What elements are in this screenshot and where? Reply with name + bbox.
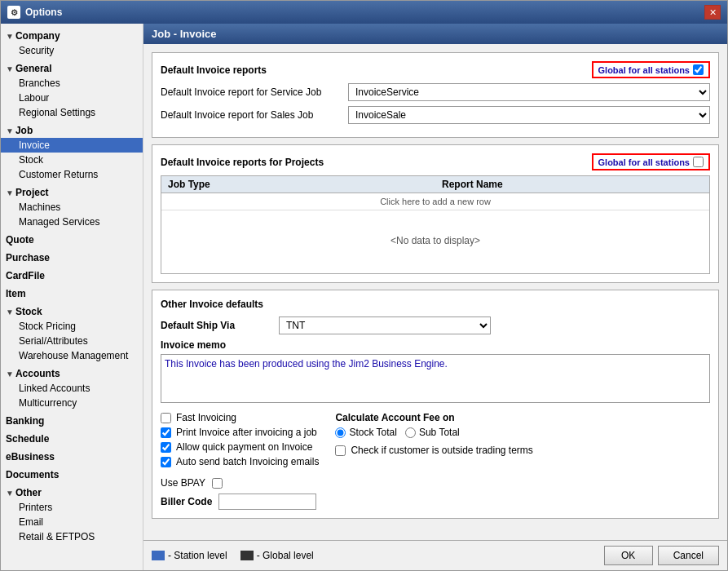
sidebar-group-schedule-label[interactable]: Schedule bbox=[1, 432, 143, 446]
sidebar-item-printers[interactable]: Printers bbox=[1, 500, 143, 515]
print-invoice-label: Print Invoice after invoicing a job bbox=[176, 427, 317, 438]
triangle-icon: ▼ bbox=[6, 308, 14, 316]
print-invoice-checkbox[interactable] bbox=[161, 427, 171, 438]
sidebar-group-quote-label[interactable]: Quote bbox=[1, 232, 143, 247]
sidebar-group-quote: Quote bbox=[1, 231, 143, 249]
global-projects-label: Global for all stations bbox=[598, 157, 690, 167]
sidebar-item-security[interactable]: Security bbox=[1, 43, 143, 58]
triangle-icon: ▼ bbox=[6, 126, 14, 135]
stock-total-label: Stock Total bbox=[349, 427, 396, 438]
global-level-legend: - Global level bbox=[240, 550, 314, 561]
sidebar-group-documents-label[interactable]: Documents bbox=[1, 467, 143, 482]
ok-button[interactable]: OK bbox=[604, 546, 653, 565]
sales-job-row: Default Invoice report for Sales Job Inv… bbox=[161, 106, 710, 124]
fast-invoicing-label: Fast Invoicing bbox=[176, 412, 236, 423]
panel-title: Job - Invoice bbox=[143, 24, 727, 44]
stock-total-radio[interactable] bbox=[335, 427, 346, 438]
ship-via-select[interactable]: TNT bbox=[279, 316, 491, 334]
use-bpay-row: Use BPAY bbox=[161, 477, 710, 489]
sidebar-item-email[interactable]: Email bbox=[1, 515, 143, 529]
service-job-select-wrapper: InvoiceService bbox=[348, 83, 710, 101]
use-bpay-checkbox[interactable] bbox=[212, 478, 223, 489]
check-customer-checkbox[interactable] bbox=[335, 445, 346, 456]
service-job-select[interactable]: InvoiceService bbox=[348, 83, 710, 101]
sales-job-select-wrapper: InvoiceSale bbox=[348, 106, 710, 124]
title-bar: ⚙ Options ✕ bbox=[1, 1, 727, 24]
sidebar-group-general: ▼ General Branches Labour Regional Setti… bbox=[1, 60, 143, 122]
close-button[interactable]: ✕ bbox=[704, 5, 721, 20]
station-level-legend: - Station level bbox=[152, 550, 227, 561]
auto-send-checkbox[interactable] bbox=[161, 457, 171, 467]
check-customer-label: Check if customer is outside trading ter… bbox=[351, 445, 532, 456]
triangle-icon: ▼ bbox=[6, 489, 14, 498]
triangle-icon: ▼ bbox=[6, 188, 14, 197]
sidebar-item-stock[interactable]: Stock bbox=[1, 153, 143, 167]
default-invoice-reports-label: Default Invoice reports bbox=[161, 64, 267, 76]
sidebar-item-retail-eftpos[interactable]: Retail & EFTPOS bbox=[1, 529, 143, 544]
sidebar-item-serial-attributes[interactable]: Serial/Attributes bbox=[1, 334, 143, 348]
sidebar-group-schedule: Schedule bbox=[1, 430, 143, 448]
quick-payment-checkbox[interactable] bbox=[161, 442, 171, 453]
options-window: ⚙ Options ✕ ▼ Company Security ▼ General bbox=[0, 0, 728, 571]
quick-payment-row: Allow quick payment on Invoice bbox=[161, 441, 319, 453]
cancel-button[interactable]: Cancel bbox=[658, 546, 719, 565]
sidebar-group-project-label[interactable]: ▼ Project bbox=[1, 185, 143, 200]
global-projects-checkbox[interactable] bbox=[693, 157, 704, 167]
triangle-icon: ▼ bbox=[6, 370, 14, 378]
sidebar-group-banking-label[interactable]: Banking bbox=[1, 414, 143, 428]
station-level-box bbox=[152, 551, 165, 560]
fast-invoicing-checkbox[interactable] bbox=[161, 413, 171, 423]
right-options: Calculate Account Fee on Stock Total Sub… bbox=[335, 412, 532, 471]
sidebar-group-item-label[interactable]: Item bbox=[1, 286, 143, 301]
sidebar-item-linked-accounts[interactable]: Linked Accounts bbox=[1, 381, 143, 396]
ship-via-row: Default Ship Via TNT bbox=[161, 316, 710, 334]
projects-table-body: Click here to add a new row <No data to … bbox=[161, 193, 710, 274]
table-add-row[interactable]: Click here to add a new row bbox=[161, 193, 709, 210]
sidebar-group-purchase: Purchase bbox=[1, 249, 143, 267]
sidebar-group-documents: Documents bbox=[1, 466, 143, 484]
sidebar-group-job-label[interactable]: ▼ Job bbox=[1, 123, 143, 138]
sidebar-group-ebusiness: eBusiness bbox=[1, 448, 143, 466]
sidebar-item-multicurrency[interactable]: Multicurrency bbox=[1, 396, 143, 410]
sidebar-item-labour[interactable]: Labour bbox=[1, 91, 143, 105]
sub-total-radio[interactable] bbox=[405, 427, 416, 438]
global-all-stations-checkbox[interactable] bbox=[693, 64, 704, 75]
sub-total-label: Sub Total bbox=[419, 427, 460, 438]
sidebar-group-general-label[interactable]: ▼ General bbox=[1, 61, 143, 76]
sidebar-item-machines[interactable]: Machines bbox=[1, 200, 143, 215]
global-all-stations-label: Global for all stations bbox=[598, 65, 690, 75]
sidebar-group-project: ▼ Project Machines Managed Services bbox=[1, 184, 143, 231]
fast-invoicing-row: Fast Invoicing bbox=[161, 412, 319, 423]
sidebar-group-cardfile-label[interactable]: CardFile bbox=[1, 268, 143, 283]
sidebar-group-stock: ▼ Stock Stock Pricing Serial/Attributes … bbox=[1, 303, 143, 365]
window-title: Options bbox=[25, 7, 62, 18]
sidebar-group-ebusiness-label[interactable]: eBusiness bbox=[1, 449, 143, 464]
invoice-memo-textarea[interactable]: This Invoice has been produced using the… bbox=[161, 354, 710, 403]
other-defaults-title: Other Invoice defaults bbox=[161, 299, 710, 310]
legend: - Station level - Global level bbox=[152, 550, 314, 561]
sidebar-item-warehouse-management[interactable]: Warehouse Management bbox=[1, 348, 143, 363]
panel-body: Default Invoice reports Global for all s… bbox=[143, 44, 727, 540]
sidebar-group-accounts-label[interactable]: ▼ Accounts bbox=[1, 366, 143, 381]
triangle-icon: ▼ bbox=[6, 32, 14, 41]
sidebar-group-company: ▼ Company Security bbox=[1, 27, 143, 60]
sidebar-group-item: Item bbox=[1, 285, 143, 303]
sidebar-group-stock-label[interactable]: ▼ Stock bbox=[1, 304, 143, 319]
sidebar-group-company-label[interactable]: ▼ Company bbox=[1, 29, 143, 43]
sidebar-item-stock-pricing[interactable]: Stock Pricing bbox=[1, 319, 143, 334]
sidebar-item-customer-returns[interactable]: Customer Returns bbox=[1, 167, 143, 182]
sidebar-item-regional-settings[interactable]: Regional Settings bbox=[1, 105, 143, 120]
biller-code-input[interactable] bbox=[218, 494, 316, 510]
sidebar-group-other-label[interactable]: ▼ Other bbox=[1, 485, 143, 500]
quick-payment-label: Allow quick payment on Invoice bbox=[176, 441, 312, 453]
table-col1-header: Job Type bbox=[161, 176, 435, 193]
sales-job-select[interactable]: InvoiceSale bbox=[348, 106, 710, 124]
sidebar-group-purchase-label[interactable]: Purchase bbox=[1, 250, 143, 265]
auto-send-label: Auto send batch Invoicing emails bbox=[176, 456, 319, 467]
sidebar-item-managed-services[interactable]: Managed Services bbox=[1, 215, 143, 229]
sidebar-item-invoice[interactable]: Invoice bbox=[1, 138, 143, 153]
ship-via-label: Default Ship Via bbox=[161, 320, 279, 331]
sidebar-item-branches[interactable]: Branches bbox=[1, 76, 143, 91]
table-no-data: <No data to display> bbox=[161, 210, 709, 271]
sub-total-label-wrap: Sub Total bbox=[405, 427, 460, 438]
